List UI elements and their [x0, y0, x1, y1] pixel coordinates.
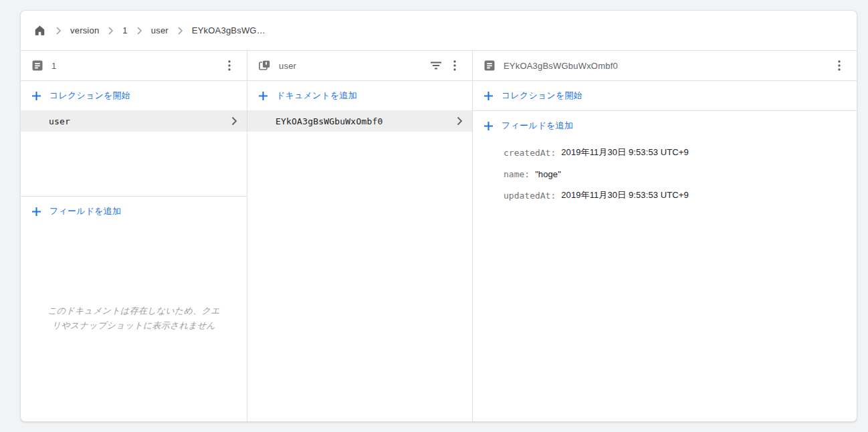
breadcrumb: version 1 user EYkOA3gBsWG… [21, 11, 857, 51]
plus-icon [483, 121, 494, 131]
breadcrumb-item-current-document: EYkOA3gBsWG… [192, 25, 265, 35]
field-row-createdAt[interactable]: createdAt: 2019年11月30日 9:53:53 UTC+9 [473, 142, 857, 163]
firestore-data-viewer: version 1 user EYkOA3gBsWG… 1 [0, 0, 868, 432]
add-field-button[interactable]: フィールドを追加 [473, 111, 857, 140]
field-value: 2019年11月30日 9:53:53 UTC+9 [561, 189, 689, 201]
field-name: updatedAt [504, 191, 550, 201]
collection-icon [258, 60, 271, 72]
kebab-menu-icon [838, 60, 841, 71]
breadcrumb-item-version[interactable]: version [70, 25, 99, 35]
add-field-label: フィールドを追加 [49, 205, 121, 217]
chevron-right-icon [177, 27, 183, 35]
field-value: 2019年11月30日 9:53:53 UTC+9 [561, 146, 689, 158]
field-list: createdAt: 2019年11月30日 9:53:53 UTC+9 nam… [473, 142, 857, 206]
collection-row-label: user [49, 116, 231, 126]
panel1-header: 1 [21, 51, 247, 81]
chevron-right-icon [56, 27, 62, 35]
add-field-button[interactable]: フィールドを追加 [21, 197, 247, 226]
field-name: name [504, 169, 524, 179]
field-value: "hoge" [535, 169, 561, 179]
kebab-menu-icon [228, 60, 231, 71]
panel3-overflow-menu-button[interactable] [830, 56, 849, 75]
field-colon: : [524, 169, 530, 179]
chevron-right-icon [231, 116, 237, 126]
breadcrumb-item-1[interactable]: 1 [122, 25, 127, 35]
missing-document-note: このドキュメントは存在しないため、クエリやスナップショットに表示されません [45, 304, 223, 333]
field-name: createdAt [504, 148, 550, 158]
plus-icon [483, 91, 494, 101]
document-panel-detail: EYkOA3gBsWGbuWxOmbf0 コレクションを開始 [473, 51, 857, 421]
start-collection-label: コレクションを開始 [502, 90, 582, 102]
start-collection-button[interactable]: コレクションを開始 [473, 81, 857, 110]
document-row[interactable]: EYkOA3gBsWGbuWxOmbf0 [247, 110, 472, 132]
filter-icon [430, 61, 442, 70]
add-document-button[interactable]: ドキュメントを追加 [247, 81, 472, 110]
kebab-menu-icon [453, 60, 456, 71]
start-collection-button[interactable]: コレクションを開始 [21, 81, 247, 110]
field-colon: : [550, 148, 556, 158]
plus-icon [31, 91, 41, 101]
collection-row-user[interactable]: user [21, 110, 247, 132]
panel-title: EYkOA3gBsWGbuWxOmbf0 [504, 61, 618, 71]
panel2-header: user [247, 51, 472, 81]
chevron-right-icon [136, 27, 142, 35]
add-document-label: ドキュメントを追加 [276, 90, 357, 102]
chevron-right-icon [457, 116, 463, 126]
panel2-overflow-menu-button[interactable] [445, 56, 464, 75]
document-row-label: EYkOA3gBsWGbuWxOmbf0 [276, 116, 457, 126]
collection-panel-user: user [247, 51, 473, 421]
plus-icon [31, 207, 41, 217]
panel3-header: EYkOA3gBsWGbuWxOmbf0 [473, 51, 857, 81]
field-colon: : [550, 191, 556, 201]
document-icon [483, 60, 496, 72]
breadcrumb-item-user[interactable]: user [151, 25, 169, 35]
start-collection-label: コレクションを開始 [49, 90, 130, 102]
panel-title: 1 [51, 61, 56, 71]
home-button[interactable] [32, 23, 47, 38]
chevron-right-icon [108, 27, 114, 35]
filter-documents-button[interactable] [427, 56, 445, 75]
panel1-empty-space [21, 132, 247, 196]
document-icon [31, 60, 43, 72]
firestore-panel: version 1 user EYkOA3gBsWG… 1 [20, 10, 857, 422]
plus-icon [258, 91, 268, 101]
home-icon [33, 24, 46, 37]
field-row-updatedAt[interactable]: updatedAt: 2019年11月30日 9:53:53 UTC+9 [473, 185, 857, 206]
panel-columns: 1 コレクションを開始 user [21, 51, 857, 421]
add-field-label: フィールドを追加 [502, 120, 573, 132]
field-row-name[interactable]: name: "hoge" [473, 163, 857, 185]
panel1-overflow-menu-button[interactable] [220, 56, 239, 75]
document-panel-parent: 1 コレクションを開始 user [21, 51, 247, 421]
panel-title: user [279, 61, 296, 71]
